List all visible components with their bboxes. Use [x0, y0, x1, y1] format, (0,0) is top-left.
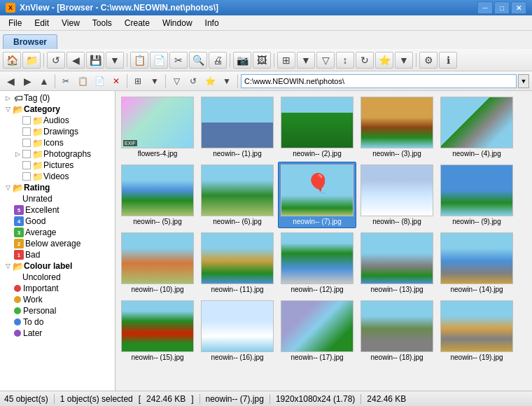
thumb-item-20[interactable]: neowin-- (19).jpg	[438, 298, 516, 364]
thumb-item-14[interactable]: neowin-- (13).jpg	[358, 230, 436, 296]
thumb-item-8[interactable]: neowin-- (7).jpg	[278, 162, 356, 228]
sidebar-item-later[interactable]: Later	[0, 328, 115, 339]
window-controls[interactable]: ─ □ ✕	[477, 1, 526, 14]
menu-tools[interactable]: Tools	[87, 17, 118, 29]
tb-view2[interactable]: 🖼	[253, 52, 271, 69]
menu-file[interactable]: File	[3, 17, 27, 29]
thumb-item-13[interactable]: neowin-- (12).jpg	[278, 230, 356, 296]
drawings-checkbox[interactable]	[22, 127, 31, 136]
pictures-checkbox[interactable]	[22, 161, 31, 169]
thumb-item-12[interactable]: neowin-- (11).jpg	[198, 230, 276, 296]
thumb-item-5[interactable]: neowin-- (4).jpg	[438, 94, 516, 160]
nav-up[interactable]: ▲	[36, 74, 52, 89]
menu-window[interactable]: Window	[157, 17, 198, 29]
tb-rotate[interactable]: ↻	[356, 52, 374, 69]
sidebar-item-rating[interactable]: ▽ 📂 Rating	[0, 182, 115, 193]
average-badge: 3	[14, 227, 24, 237]
sidebar-item-average[interactable]: 3 Average	[0, 227, 115, 238]
sidebar-item-category[interactable]: ▽ 📂 Category	[0, 104, 115, 115]
thumb-item-4[interactable]: neowin-- (3).jpg	[358, 94, 436, 160]
tb-settings[interactable]: ⚙	[419, 52, 438, 69]
sidebar-item-audios[interactable]: 📁 Audios	[0, 115, 115, 126]
menu-info[interactable]: Info	[200, 17, 225, 29]
tb-cut[interactable]: ✂	[169, 52, 188, 69]
videos-checkbox[interactable]	[22, 172, 31, 181]
tb-fav[interactable]: ⭐	[375, 52, 393, 69]
menu-create[interactable]: Create	[119, 17, 155, 29]
tb-zoom-drop[interactable]: ▼	[297, 52, 315, 69]
nav-refresh[interactable]: ↺	[186, 74, 201, 89]
tb-copy[interactable]: 📋	[130, 52, 148, 69]
nav-fav-drop[interactable]: ▼	[219, 74, 234, 89]
sidebar-item-colour-label[interactable]: ▽ 📂 Colour label	[0, 260, 115, 272]
todo-dot	[14, 318, 21, 326]
sidebar-item-photographs[interactable]: ▷ 📁 Photographs	[0, 148, 115, 160]
nav-cut[interactable]: ✂	[58, 74, 74, 89]
sidebar-item-excellent[interactable]: 5 Excellent	[0, 204, 115, 216]
nav-grid[interactable]: ⊞	[130, 74, 146, 89]
tb-filter[interactable]: ▽	[316, 52, 335, 69]
tb-prev[interactable]: ◀	[66, 52, 85, 69]
sidebar-item-important[interactable]: Important	[0, 283, 115, 294]
tb-find[interactable]: 🔍	[189, 52, 207, 69]
thumb-item-11[interactable]: neowin-- (10).jpg	[118, 230, 197, 296]
tb-dropdown1[interactable]: ▼	[106, 52, 124, 69]
tb-zoom-fit[interactable]: ⊞	[277, 52, 295, 69]
sidebar-item-todo[interactable]: To do	[0, 316, 115, 328]
sidebar-item-icons[interactable]: 📁 Icons	[0, 137, 115, 148]
tb-dropdown2[interactable]: ▼	[395, 52, 413, 69]
tb-save[interactable]: 💾	[86, 52, 104, 69]
tb-sort[interactable]: ↕	[336, 52, 354, 69]
thumb-item-16[interactable]: neowin-- (15).jpg	[118, 298, 197, 364]
address-bar[interactable]: C:\www.NEOWIN.net\photos\	[241, 74, 517, 88]
nav-filter2[interactable]: ▽	[169, 74, 184, 89]
tb-info[interactable]: ℹ	[439, 52, 457, 69]
close-button[interactable]: ✕	[511, 1, 526, 14]
thumb-item-6[interactable]: neowin-- (5).jpg	[118, 162, 197, 228]
thumb-item-10[interactable]: neowin-- (9).jpg	[438, 162, 516, 228]
sidebar-item-drawings[interactable]: 📁 Drawings	[0, 126, 115, 137]
menu-view[interactable]: View	[56, 17, 85, 29]
thumb-item-3[interactable]: neowin-- (2).jpg	[278, 94, 356, 160]
icons-checkbox[interactable]	[22, 139, 31, 147]
minimize-button[interactable]: ─	[477, 1, 493, 14]
nav-grid-drop[interactable]: ▼	[147, 74, 162, 89]
thumb-item-2[interactable]: neowin-- (1).jpg	[198, 94, 276, 160]
sidebar-item-pictures[interactable]: 📁 Pictures	[0, 160, 115, 171]
sidebar-item-good[interactable]: 4 Good	[0, 216, 115, 227]
thumb-item-17[interactable]: neowin-- (16).jpg	[198, 298, 276, 364]
nav-back[interactable]: ◀	[3, 74, 18, 89]
thumb-image-12	[201, 232, 274, 284]
tb-refresh[interactable]: ↺	[47, 52, 65, 69]
nav-fav2[interactable]: ⭐	[202, 74, 218, 89]
thumb-item-7[interactable]: neowin-- (6).jpg	[198, 162, 276, 228]
thumb-item-18[interactable]: neowin-- (17).jpg	[278, 298, 356, 364]
nav-delete[interactable]: ✕	[108, 74, 124, 89]
sidebar-item-personal[interactable]: Personal	[0, 305, 115, 316]
address-dropdown[interactable]: ▼	[518, 74, 529, 88]
menu-edit[interactable]: Edit	[29, 17, 55, 29]
sidebar-item-uncolored[interactable]: Uncolored	[0, 272, 115, 283]
audios-checkbox[interactable]	[22, 116, 31, 125]
maximize-button[interactable]: □	[494, 1, 510, 14]
thumb-item-19[interactable]: neowin-- (18).jpg	[358, 298, 436, 364]
sidebar-item-tag[interactable]: ▷ 🏷 Tag (0)	[0, 92, 115, 104]
nav-forward[interactable]: ▶	[20, 74, 35, 89]
photographs-checkbox[interactable]	[22, 150, 31, 158]
tb-home[interactable]: 🏠	[3, 52, 21, 69]
tb-print[interactable]: 🖨	[209, 52, 227, 69]
sidebar-item-work[interactable]: Work	[0, 294, 115, 305]
thumb-item-15[interactable]: neowin-- (14).jpg	[438, 230, 516, 296]
sidebar-item-below-average[interactable]: 2 Below average	[0, 238, 115, 249]
thumb-item-1[interactable]: EXIFflowers-4.jpg	[118, 94, 197, 160]
sidebar-item-bad[interactable]: 1 Bad	[0, 249, 115, 260]
tb-view1[interactable]: 📷	[233, 52, 251, 69]
tb-open[interactable]: 📁	[22, 52, 41, 69]
sidebar-item-unrated[interactable]: Unrated	[0, 193, 115, 204]
thumb-item-9[interactable]: neowin-- (8).jpg	[358, 162, 436, 228]
sidebar-item-videos[interactable]: 📁 Videos	[0, 171, 115, 182]
tb-paste[interactable]: 📄	[150, 52, 168, 69]
nav-copy[interactable]: 📋	[75, 74, 90, 89]
browser-tab[interactable]: Browser	[3, 34, 57, 49]
nav-paste[interactable]: 📄	[92, 74, 107, 89]
